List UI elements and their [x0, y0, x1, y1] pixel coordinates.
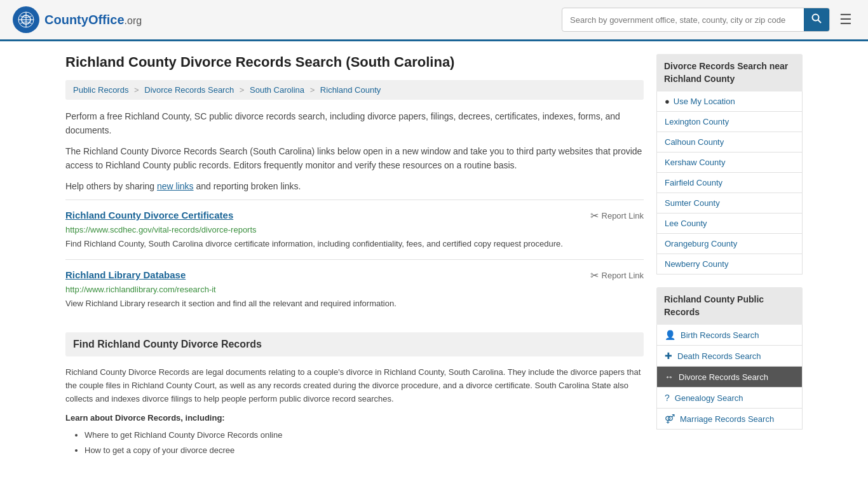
- public-records-section: Richland County Public Records 👤 Birth R…: [656, 287, 803, 430]
- learn-heading: Learn about Divorce Records, including:: [65, 413, 644, 423]
- logo-icon: [13, 6, 39, 33]
- report-link-1[interactable]: ✂ Report Link: [590, 210, 644, 222]
- breadcrumb-sep3: >: [310, 85, 317, 95]
- search-input[interactable]: [562, 10, 804, 30]
- public-records-title: Richland County Public Records: [656, 287, 803, 325]
- county-kershaw[interactable]: Kershaw County: [657, 152, 802, 173]
- genealogy-icon: ?: [665, 393, 670, 403]
- county-kershaw-link[interactable]: Kershaw County: [657, 152, 802, 172]
- breadcrumb-south-carolina[interactable]: South Carolina: [250, 85, 304, 95]
- pr-divorce[interactable]: ↔ Divorce Records Search: [657, 367, 802, 388]
- birth-icon: 👤: [665, 330, 675, 340]
- county-lexington[interactable]: Lexington County: [657, 112, 802, 132]
- breadcrumb-divorce-records[interactable]: Divorce Records Search: [144, 85, 234, 95]
- pr-death[interactable]: ✚ Death Records Search: [657, 346, 802, 367]
- county-calhoun[interactable]: Calhoun County: [657, 132, 802, 152]
- record-url-2: http://www.richlandlibrary.com/research-…: [65, 285, 644, 294]
- record-item-2: Richland Library Database ✂ Report Link …: [65, 259, 644, 320]
- main-container: Richland County Divorce Records Search (…: [53, 41, 815, 470]
- record-header-2: Richland Library Database ✂ Report Link: [65, 269, 644, 281]
- record-item-1: Richland County Divorce Certificates ✂ R…: [65, 200, 644, 260]
- sidebar: Divorce Records Search near Richland Cou…: [656, 54, 803, 458]
- bullet-2: How to get a copy of your divorce decree: [85, 443, 644, 458]
- svg-line-5: [818, 20, 821, 23]
- logo-area: CountyOffice.org: [13, 6, 142, 33]
- header: CountyOffice.org ☰: [0, 0, 868, 41]
- report-icon-1: ✂: [590, 210, 599, 222]
- logo-text: CountyOffice.org: [44, 13, 142, 27]
- county-lee-link[interactable]: Lee County: [657, 214, 802, 233]
- search-button[interactable]: [804, 8, 829, 31]
- pr-birth-label: Birth Records Search: [681, 330, 759, 340]
- breadcrumb-sep2: >: [240, 85, 247, 95]
- county-sumter-link[interactable]: Sumter County: [657, 193, 802, 213]
- record-title-2[interactable]: Richland Library Database: [65, 269, 186, 280]
- report-label-2: Report Link: [602, 271, 644, 280]
- nearby-section: Divorce Records Search near Richland Cou…: [656, 54, 803, 274]
- pr-marriage-link[interactable]: ⚤ Marriage Records Search: [657, 409, 802, 429]
- page-title: Richland County Divorce Records Search (…: [65, 54, 644, 71]
- divorce-icon: ↔: [665, 372, 674, 382]
- report-label-1: Report Link: [602, 211, 644, 220]
- use-location-link[interactable]: Use My Location: [674, 97, 735, 106]
- pr-birth[interactable]: 👤 Birth Records Search: [657, 325, 802, 346]
- header-right: ☰: [562, 8, 855, 32]
- county-fairfield[interactable]: Fairfield County: [657, 173, 802, 193]
- find-section-text: Richland County Divorce Records are lega…: [65, 366, 644, 405]
- bullet-1: Where to get Richland County Divorce Rec…: [85, 428, 644, 442]
- new-links-link[interactable]: new links: [157, 181, 194, 191]
- report-icon-2: ✂: [590, 269, 599, 281]
- county-newberry[interactable]: Newberry County: [657, 254, 802, 274]
- county-orangeburg[interactable]: Orangeburg County: [657, 234, 802, 254]
- marriage-icon: ⚤: [665, 414, 675, 424]
- intro-para1: Perform a free Richland County, SC publi…: [65, 109, 644, 138]
- county-sumter[interactable]: Sumter County: [657, 193, 802, 214]
- breadcrumb-sep1: >: [134, 85, 141, 95]
- breadcrumb-public-records[interactable]: Public Records: [73, 85, 128, 95]
- record-desc-2: View Richland Library research it sectio…: [65, 297, 644, 310]
- pr-death-label: Death Records Search: [677, 351, 761, 361]
- intro-para2: The Richland County Divorce Records Sear…: [65, 144, 644, 173]
- content-area: Richland County Divorce Records Search (…: [65, 54, 644, 458]
- county-newberry-link[interactable]: Newberry County: [657, 254, 802, 274]
- nearby-title: Divorce Records Search near Richland Cou…: [656, 54, 803, 92]
- record-desc-1: Find Richland County, South Carolina div…: [65, 238, 644, 250]
- record-header-1: Richland County Divorce Certificates ✂ R…: [65, 210, 644, 222]
- death-icon: ✚: [665, 351, 672, 361]
- intro-para3: Help others by sharing new links and rep…: [65, 179, 644, 193]
- report-link-2[interactable]: ✂ Report Link: [590, 269, 644, 281]
- pr-divorce-link[interactable]: ↔ Divorce Records Search: [657, 367, 802, 387]
- public-records-list: 👤 Birth Records Search ✚ Death Records S…: [656, 325, 803, 430]
- pr-genealogy[interactable]: ? Genealogy Search: [657, 388, 802, 409]
- pr-genealogy-label: Genealogy Search: [675, 393, 743, 403]
- county-lexington-link[interactable]: Lexington County: [657, 112, 802, 132]
- record-url-1: https://www.scdhec.gov/vital-records/div…: [65, 225, 644, 234]
- record-title-1[interactable]: Richland County Divorce Certificates: [65, 210, 233, 220]
- county-orangeburg-link[interactable]: Orangeburg County: [657, 234, 802, 254]
- use-location[interactable]: ● Use My Location: [656, 92, 803, 112]
- county-calhoun-link[interactable]: Calhoun County: [657, 132, 802, 152]
- county-fairfield-link[interactable]: Fairfield County: [657, 173, 802, 193]
- county-lee[interactable]: Lee County: [657, 214, 802, 234]
- find-section-title: Find Richland County Divorce Records: [73, 339, 636, 350]
- bullets-list: Where to get Richland County Divorce Rec…: [85, 428, 644, 458]
- pr-death-link[interactable]: ✚ Death Records Search: [657, 346, 802, 366]
- pr-divorce-label: Divorce Records Search: [679, 372, 768, 382]
- find-section-header: Find Richland County Divorce Records: [65, 332, 644, 356]
- breadcrumb-richland-county[interactable]: Richland County: [320, 85, 381, 95]
- pr-marriage-label: Marriage Records Search: [680, 414, 774, 424]
- pr-marriage[interactable]: ⚤ Marriage Records Search: [657, 409, 802, 429]
- pr-birth-link[interactable]: 👤 Birth Records Search: [657, 325, 802, 345]
- pr-genealogy-link[interactable]: ? Genealogy Search: [657, 388, 802, 408]
- menu-icon[interactable]: ☰: [836, 8, 855, 31]
- breadcrumb: Public Records > Divorce Records Search …: [65, 80, 644, 100]
- search-bar: [562, 8, 830, 32]
- nearby-counties-list: Lexington County Calhoun County Kershaw …: [656, 112, 803, 274]
- location-icon: ●: [665, 97, 670, 106]
